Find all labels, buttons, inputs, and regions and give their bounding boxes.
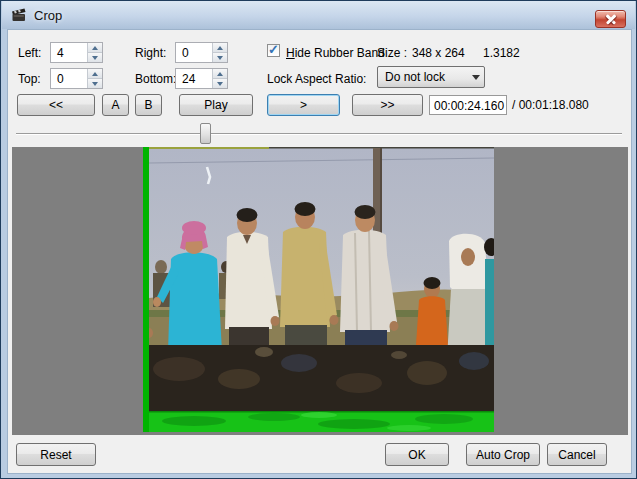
left-label: Left: bbox=[18, 46, 41, 60]
bottom-spinbox[interactable]: 24 bbox=[175, 68, 228, 89]
top-label: Top: bbox=[18, 72, 41, 86]
mark-a-button[interactable]: A bbox=[102, 94, 129, 116]
top-value[interactable]: 0 bbox=[51, 69, 87, 88]
current-time-input[interactable]: 00:00:24.160 bbox=[429, 95, 507, 115]
titlebar[interactable]: Crop bbox=[2, 1, 635, 29]
reset-button[interactable]: Reset bbox=[16, 443, 96, 466]
previous-frame-button[interactable]: << bbox=[17, 94, 95, 116]
spin-down-icon[interactable] bbox=[213, 79, 227, 88]
video-scene bbox=[149, 147, 494, 432]
hide-rubber-band-checkbox[interactable]: ✓ bbox=[267, 44, 280, 57]
total-time-label: / 00:01:18.080 bbox=[512, 98, 589, 112]
close-icon bbox=[605, 13, 617, 25]
top-spinbox[interactable]: 0 bbox=[50, 68, 103, 89]
lock-aspect-ratio-select[interactable]: Do not lock bbox=[377, 66, 485, 88]
right-label: Right: bbox=[135, 46, 166, 60]
auto-crop-button[interactable]: Auto Crop bbox=[466, 443, 540, 466]
spin-up-icon[interactable] bbox=[88, 69, 102, 79]
seek-slider-track[interactable] bbox=[16, 133, 622, 135]
right-value[interactable]: 0 bbox=[176, 43, 212, 62]
play-button[interactable]: Play bbox=[179, 94, 253, 116]
aspect-ratio-value: 1.3182 bbox=[483, 46, 520, 60]
dropdown-arrow-icon bbox=[467, 67, 484, 87]
video-frame[interactable] bbox=[143, 147, 494, 432]
size-value: 348 x 264 bbox=[412, 46, 465, 60]
lock-aspect-ratio-label: Lock Aspect Ratio: bbox=[267, 72, 366, 86]
left-spin-arrows bbox=[87, 43, 102, 62]
spin-up-icon[interactable] bbox=[88, 43, 102, 53]
lock-aspect-ratio-selected: Do not lock bbox=[385, 70, 445, 84]
spin-down-icon[interactable] bbox=[88, 53, 102, 62]
bottom-label: Bottom: bbox=[135, 72, 176, 86]
hide-rubber-band-label: Hide Rubber Band bbox=[286, 46, 385, 60]
mark-b-button[interactable]: B bbox=[135, 94, 162, 116]
checkmark-icon: ✓ bbox=[268, 42, 279, 57]
crop-dialog-window: Crop Left: 4 Right: 0 ✓ Hide Rubber Band… bbox=[0, 0, 637, 479]
bottom-spin-arrows bbox=[212, 69, 227, 88]
cancel-button[interactable]: Cancel bbox=[547, 443, 607, 466]
top-spin-arrows bbox=[87, 69, 102, 88]
spin-down-icon[interactable] bbox=[213, 53, 227, 62]
spin-up-icon[interactable] bbox=[213, 69, 227, 79]
size-label: Size : bbox=[377, 46, 407, 60]
right-spin-arrows bbox=[212, 43, 227, 62]
left-value[interactable]: 4 bbox=[51, 43, 87, 62]
seek-slider-handle[interactable] bbox=[200, 123, 211, 144]
step-forward-button[interactable]: > bbox=[267, 94, 340, 116]
fast-forward-button[interactable]: >> bbox=[352, 94, 423, 116]
spin-down-icon[interactable] bbox=[88, 79, 102, 88]
bottom-value[interactable]: 24 bbox=[176, 69, 212, 88]
spin-up-icon[interactable] bbox=[213, 43, 227, 53]
ok-button[interactable]: OK bbox=[385, 443, 449, 466]
dialog-content: Left: 4 Right: 0 ✓ Hide Rubber Band Size… bbox=[7, 29, 632, 474]
video-preview-area bbox=[12, 147, 628, 435]
right-spinbox[interactable]: 0 bbox=[175, 42, 228, 63]
clapperboard-icon bbox=[11, 7, 27, 23]
left-spinbox[interactable]: 4 bbox=[50, 42, 103, 63]
close-button[interactable] bbox=[595, 10, 626, 28]
window-title: Crop bbox=[34, 8, 62, 23]
